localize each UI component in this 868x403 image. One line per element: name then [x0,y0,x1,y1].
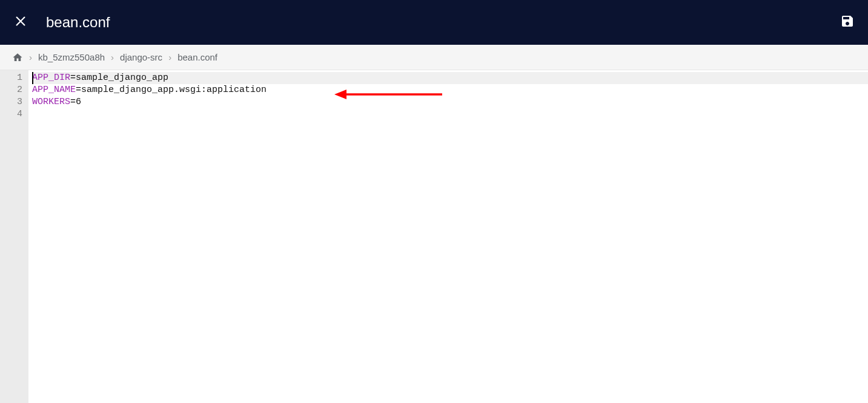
save-button[interactable] [839,14,856,31]
code-area[interactable]: APP_DIR=sample_django_app APP_NAME=sampl… [28,70,868,403]
breadcrumb-current: bean.conf [177,52,217,62]
header-bar: bean.conf [0,0,868,45]
file-title: bean.conf [46,14,110,31]
line-number-gutter: 1 2 3 4 [0,70,28,403]
line-number: 2 [0,84,28,96]
breadcrumb: › kb_5zmz550a8h › django-src › bean.conf [0,45,868,70]
breadcrumb-item[interactable]: kb_5zmz550a8h [38,52,105,62]
text-cursor [32,72,33,84]
code-line: APP_NAME=sample_django_app.wsgi:applicat… [32,84,868,96]
save-icon [840,14,855,31]
close-button[interactable] [12,14,29,31]
code-line: APP_DIR=sample_django_app [32,72,868,84]
line-number: 3 [0,96,28,108]
close-icon [14,15,27,30]
breadcrumb-item[interactable]: django-src [120,52,162,62]
line-number: 1 [0,72,28,84]
code-line [32,108,868,120]
home-icon[interactable] [12,52,23,63]
chevron-right-icon: › [29,52,32,62]
chevron-right-icon: › [111,52,114,62]
line-number: 4 [0,108,28,120]
chevron-right-icon: › [168,52,171,62]
code-line: WORKERS=6 [32,96,868,108]
code-editor[interactable]: 1 2 3 4 APP_DIR=sample_django_app APP_NA… [0,70,868,403]
